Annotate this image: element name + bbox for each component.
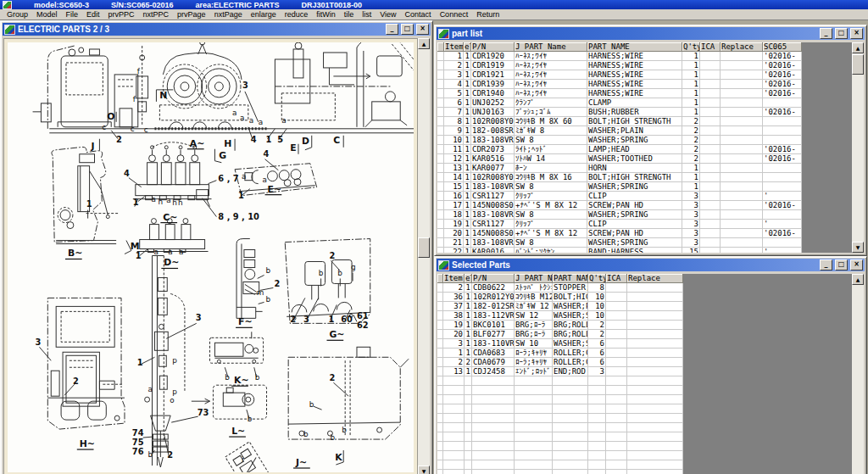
diagram-label[interactable]: 4 (124, 169, 130, 178)
diagram-label[interactable]: a (263, 176, 267, 184)
diagram-label[interactable]: a (166, 196, 170, 204)
diagram-label[interactable]: c (102, 123, 106, 131)
table-row[interactable]: 161CSR1127ｸﾘｯﾌﾟCLIP3' (437, 192, 852, 201)
diagram-label[interactable]: b (248, 415, 253, 423)
diagram-label[interactable]: 60 (341, 315, 353, 324)
table-row[interactable]: 61UNJ0252ｸﾗﾝﾌﾟCLAMP1 (437, 98, 852, 108)
diagram-label[interactable]: 2 (73, 376, 79, 386)
table-row[interactable]: 22CDA0679ﾛｰﾗ;ｷｬﾘﾔROLLER;CAR6 (437, 358, 852, 367)
table-row[interactable]: 11CDR1920ﾊｰﾈｽ;ﾜｲﾔHARNESS;WIRE1'02016- (437, 52, 852, 61)
diagram-label[interactable]: a (179, 248, 183, 256)
table-row[interactable]: 151183-108VRSW 8WASHER;SPRING1 (437, 182, 852, 192)
column-header[interactable]: el (465, 274, 472, 283)
menu-item-edit[interactable]: Edit (82, 10, 104, 19)
table-row[interactable]: 101183-108VRSW 8WASHER;SPRING2 (437, 136, 852, 145)
column-header[interactable]: J PART Nam (515, 274, 553, 283)
diagram-label[interactable]: a (148, 385, 153, 393)
diagram-label[interactable]: f (133, 95, 136, 103)
table-row[interactable]: 41CDR1939ﾊｰﾈｽ;ﾜｲﾔHARNESS;WIRE1'02016- (437, 80, 852, 89)
diagram-label[interactable]: 1 (238, 191, 244, 200)
diagram-label[interactable]: a (152, 195, 156, 204)
menu-item-nxtppc[interactable]: nxtPPC (139, 10, 174, 19)
menu-item-fitwin[interactable]: fitWin (312, 10, 340, 19)
maximize-button[interactable]: □ (401, 24, 414, 35)
diagram-label[interactable]: 3 (242, 81, 248, 90)
table-row[interactable]: 91182-008SRﾐｶﾞｷW 8WASHER;PLAIN2 (437, 126, 852, 136)
diagram-label[interactable]: C (333, 135, 340, 146)
diagram-scrollbar[interactable]: ▲ ▼ (418, 38, 430, 474)
diagram-label[interactable]: o (170, 396, 174, 404)
diagram-label[interactable]: 4 (251, 135, 257, 144)
diagram-label[interactable]: E (290, 142, 296, 153)
diagram-label[interactable]: 1 (86, 199, 92, 209)
diagram-label[interactable]: 2 (329, 251, 335, 260)
diagram-label[interactable]: 1 (136, 251, 142, 260)
diagram-label[interactable]: 74 (132, 428, 144, 438)
diagram-label[interactable]: G (219, 150, 226, 161)
menu-item-prvppc[interactable]: prvPPC (104, 10, 139, 19)
diagram-label[interactable]: A~ (190, 138, 204, 149)
table-row[interactable]: 121KAR0516ｿﾄﾊW 14WASHER;TOOTHED2'02016- (437, 154, 852, 164)
diagram-label[interactable]: a (249, 116, 253, 125)
table-row[interactable]: 381183-112VRSW 12WASHER;SPR10 (437, 311, 852, 321)
scroll-down-icon[interactable]: ▼ (418, 466, 430, 474)
table-row[interactable]: 211183-108VRSW 8WASHER;SPRING3 (437, 238, 852, 248)
table-row[interactable] (437, 432, 852, 442)
diagram-label[interactable]: b (309, 400, 314, 409)
menu-item-contact[interactable]: Contact (401, 10, 436, 19)
diagram-label[interactable]: 1 (133, 198, 139, 207)
table-row[interactable]: 191CSR1127ｸﾘｯﾌﾟCLIP3' (437, 220, 852, 229)
diagram-label[interactable]: p (172, 388, 177, 396)
diagram-label[interactable]: 4 (264, 149, 270, 159)
diagram-label[interactable]: m (257, 288, 264, 297)
column-header[interactable] (437, 274, 443, 283)
column-header[interactable]: Replace (721, 42, 763, 52)
table-row[interactable] (437, 376, 852, 386)
diagram-label[interactable]: B~ (68, 248, 82, 259)
diagram-label[interactable]: 75 (132, 438, 144, 447)
diagram-label[interactable]: c (144, 125, 148, 134)
diagram-label[interactable]: N (159, 90, 167, 101)
table-row[interactable]: 11CDA0683ﾛｰﾗ;ｷｬﾘﾔROLLER;CAR6 (437, 349, 852, 358)
menu-item-list[interactable]: list (358, 10, 376, 19)
scroll-thumb[interactable] (852, 54, 864, 75)
scroll-up-icon[interactable]: ▲ (852, 42, 864, 53)
maximize-button[interactable]: □ (835, 28, 848, 39)
diagram-label[interactable]: b (342, 426, 347, 434)
parts-diagram[interactable]: A~B~C~D~E~F~G~H~J~K~L~JHDCEGNOMK32415416… (8, 42, 414, 472)
diagram-label[interactable]: a (242, 172, 246, 181)
diagram-label[interactable]: 3 (303, 315, 309, 324)
diagram-label[interactable]: 1 (137, 358, 143, 367)
diagram-label[interactable]: b (225, 373, 230, 382)
diagram-label[interactable]: 1 (266, 135, 272, 144)
column-header[interactable]: ICA (700, 42, 721, 52)
diagram-label[interactable]: 8 , 9 , 10 (218, 212, 259, 221)
menu-item-reduce[interactable]: reduce (281, 10, 313, 19)
diagram-label[interactable]: i (242, 455, 243, 464)
diagram-label[interactable]: b (266, 295, 271, 304)
diagram-label[interactable]: h (172, 198, 177, 207)
diagram-label[interactable]: 5 (277, 135, 283, 144)
table-row[interactable]: 131KAR0077ﾎｰﾝHORN1 (437, 164, 852, 173)
diagram-label[interactable]: b (337, 269, 342, 277)
table-row[interactable]: 171145N008S01+ﾅﾍﾞ'S M 8X 12SCREW;PAN HD3… (437, 201, 852, 210)
diagram-label[interactable]: K (335, 452, 342, 463)
table-row[interactable]: 111CDR2073ﾗｲﾄ;ﾍｯﾄﾞLAMP;HEAD2'02016- (437, 145, 852, 154)
diagram-label[interactable]: 3 (196, 313, 202, 322)
table-row[interactable] (437, 451, 852, 460)
diagram-label[interactable]: a (232, 109, 236, 117)
diagram-titlebar[interactable]: ELECTRIC PARTS 2 / 3 _ □ × (3, 23, 431, 36)
diagram-label[interactable]: J~ (295, 457, 307, 468)
diagram-label[interactable]: a (153, 248, 158, 256)
diagram-label[interactable]: 2 (329, 373, 335, 382)
column-header[interactable]: Replace (627, 274, 683, 283)
scroll-down-icon[interactable]: ▼ (852, 242, 864, 253)
diagram-label[interactable]: 1 (328, 315, 334, 324)
scroll-thumb[interactable] (418, 237, 430, 258)
table-row[interactable] (437, 395, 852, 404)
diagram-label[interactable]: a (240, 114, 244, 122)
diagram-label[interactable]: J (91, 141, 95, 152)
column-header[interactable]: SC065 (763, 42, 802, 52)
diagram-label[interactable]: a (168, 248, 172, 256)
maximize-button[interactable]: □ (835, 259, 848, 270)
